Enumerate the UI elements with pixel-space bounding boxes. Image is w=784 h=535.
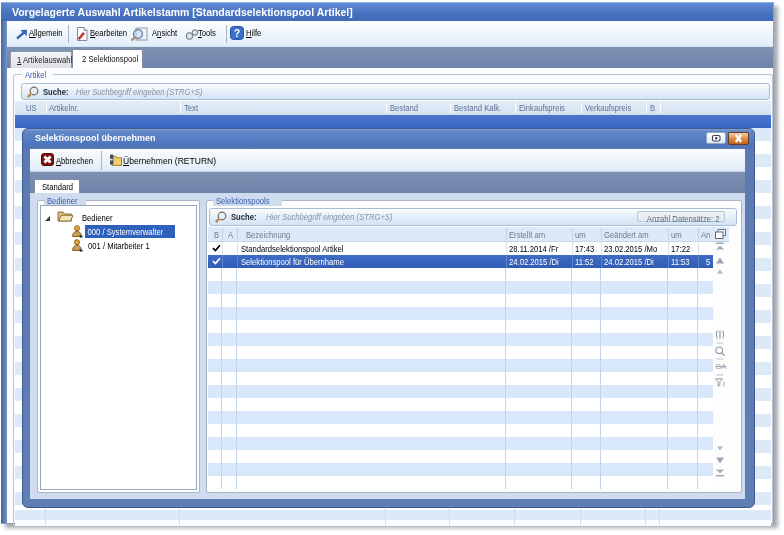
svg-text:?: ? [234,27,240,39]
